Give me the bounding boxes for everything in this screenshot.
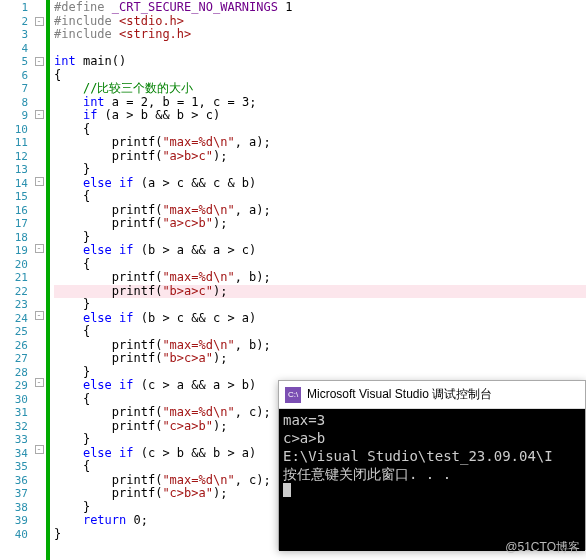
fold-toggle — [32, 497, 46, 511]
console-titlebar[interactable]: C:\ Microsoft Visual Studio 调试控制台 — [279, 381, 585, 409]
line-number: 38 — [0, 501, 28, 515]
fold-toggle[interactable]: - — [35, 378, 44, 387]
code-line[interactable]: #define _CRT_SECURE_NO_WARNINGS 1 — [54, 1, 586, 15]
fold-toggle[interactable]: - — [35, 445, 44, 454]
code-line[interactable]: else if (b > c && c > a) — [54, 312, 586, 326]
line-number: 28 — [0, 366, 28, 380]
fold-toggle — [32, 456, 46, 470]
line-number: 27 — [0, 352, 28, 366]
line-number: 8 — [0, 96, 28, 110]
line-number-gutter: 1234567891011121314151617181920212223242… — [0, 0, 32, 560]
fold-toggle — [32, 229, 46, 243]
fold-toggle — [32, 148, 46, 162]
line-number: 17 — [0, 217, 28, 231]
code-line[interactable]: { — [54, 123, 586, 137]
line-number: 1 — [0, 1, 28, 15]
fold-toggle — [32, 483, 46, 497]
line-number: 10 — [0, 123, 28, 137]
fold-toggle — [32, 202, 46, 216]
code-line[interactable]: printf("b>a>c"); — [54, 285, 586, 299]
line-number: 14 — [0, 177, 28, 191]
line-number: 20 — [0, 258, 28, 272]
fold-toggle — [32, 95, 46, 109]
code-line[interactable]: printf("max=%d\n", b); — [54, 339, 586, 353]
code-line[interactable] — [54, 42, 586, 56]
code-line[interactable]: #include <stdio.h> — [54, 15, 586, 29]
console-output: max=3 c>a>b E:\Visual Studio\test_23.09.… — [279, 409, 585, 551]
fold-toggle — [32, 188, 46, 202]
fold-toggle — [32, 255, 46, 269]
code-line[interactable]: } — [54, 366, 586, 380]
line-number: 24 — [0, 312, 28, 326]
code-line[interactable]: #include <string.h> — [54, 28, 586, 42]
fold-toggle — [32, 282, 46, 296]
fold-toggle — [32, 41, 46, 55]
code-line[interactable]: //比较三个数的大小 — [54, 82, 586, 96]
fold-toggle — [32, 81, 46, 95]
change-indicator — [46, 0, 50, 560]
line-number: 22 — [0, 285, 28, 299]
fold-toggle[interactable]: - — [35, 57, 44, 66]
line-number: 33 — [0, 433, 28, 447]
line-number: 5 — [0, 55, 28, 69]
cursor-icon — [283, 483, 291, 497]
watermark: @51CTO博客 — [505, 539, 580, 556]
code-line[interactable]: printf("max=%d\n", a); — [54, 204, 586, 218]
fold-toggle — [32, 524, 46, 538]
code-line[interactable]: int main() — [54, 55, 586, 69]
line-number: 4 — [0, 42, 28, 56]
line-number: 26 — [0, 339, 28, 353]
code-line[interactable]: else if (a > c && c & b) — [54, 177, 586, 191]
code-line[interactable]: printf("a>c>b"); — [54, 217, 586, 231]
fold-toggle — [32, 322, 46, 336]
fold-toggle — [32, 135, 46, 149]
code-line[interactable]: { — [54, 69, 586, 83]
code-line[interactable]: printf("max=%d\n", a); — [54, 136, 586, 150]
console-window[interactable]: C:\ Microsoft Visual Studio 调试控制台 max=3 … — [278, 380, 586, 550]
fold-toggle — [32, 121, 46, 135]
code-line[interactable]: printf("a>b>c"); — [54, 150, 586, 164]
fold-toggle[interactable]: - — [35, 244, 44, 253]
line-number: 9 — [0, 109, 28, 123]
line-number: 16 — [0, 204, 28, 218]
line-number: 39 — [0, 514, 28, 528]
line-number: 18 — [0, 231, 28, 245]
fold-toggle[interactable]: - — [35, 311, 44, 320]
code-line[interactable]: { — [54, 258, 586, 272]
code-line[interactable]: } — [54, 298, 586, 312]
code-line[interactable]: { — [54, 190, 586, 204]
fold-toggle[interactable]: - — [35, 110, 44, 119]
line-number: 37 — [0, 487, 28, 501]
fold-toggle — [32, 389, 46, 403]
fold-toggle — [32, 470, 46, 484]
line-number: 2 — [0, 15, 28, 29]
code-line[interactable]: printf("b>c>a"); — [54, 352, 586, 366]
line-number: 19 — [0, 244, 28, 258]
line-number: 12 — [0, 150, 28, 164]
fold-toggle — [32, 363, 46, 377]
line-number: 3 — [0, 28, 28, 42]
fold-toggle — [32, 269, 46, 283]
line-number: 30 — [0, 393, 28, 407]
fold-toggle — [32, 1, 46, 15]
line-number: 11 — [0, 136, 28, 150]
code-line[interactable]: { — [54, 325, 586, 339]
code-line[interactable]: else if (b > a && a > c) — [54, 244, 586, 258]
line-number: 35 — [0, 460, 28, 474]
fold-gutter[interactable]: -------- — [32, 0, 46, 560]
fold-toggle — [32, 403, 46, 417]
code-line[interactable]: if (a > b && b > c) — [54, 109, 586, 123]
fold-toggle — [32, 28, 46, 42]
code-line[interactable]: printf("max=%d\n", b); — [54, 271, 586, 285]
fold-toggle — [32, 215, 46, 229]
code-line[interactable]: } — [54, 163, 586, 177]
line-number: 32 — [0, 420, 28, 434]
fold-toggle[interactable]: - — [35, 177, 44, 186]
line-number: 7 — [0, 82, 28, 96]
code-line[interactable]: } — [54, 231, 586, 245]
fold-toggle[interactable]: - — [35, 17, 44, 26]
fold-toggle — [32, 416, 46, 430]
fold-toggle — [32, 336, 46, 350]
code-line[interactable]: int a = 2, b = 1, c = 3; — [54, 96, 586, 110]
fold-toggle — [32, 430, 46, 444]
